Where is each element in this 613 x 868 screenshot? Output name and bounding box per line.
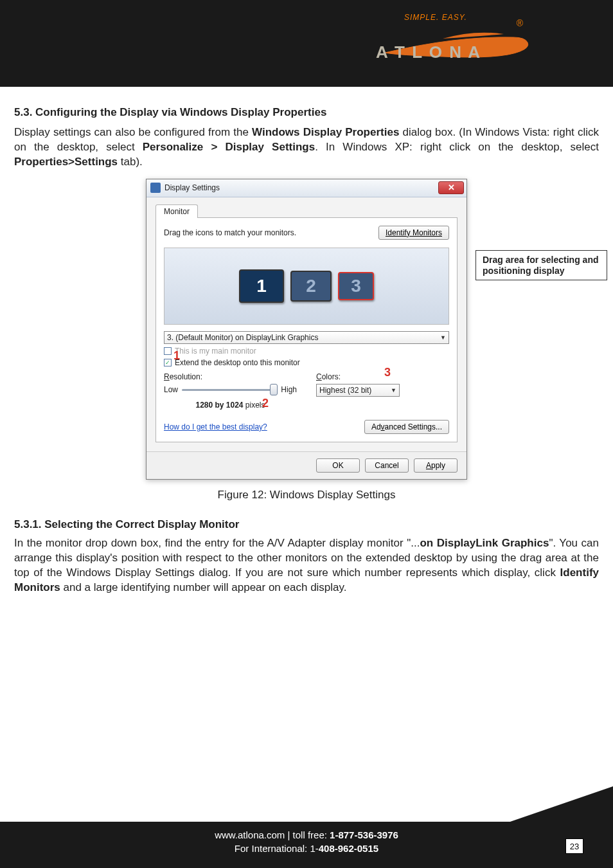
identify-label: Identify Monitors <box>386 228 442 237</box>
figure-caption: Figure 12: Windows Display Settings <box>14 489 599 502</box>
drag-instruction: Drag the icons to match your monitors. <box>164 228 296 237</box>
callout-3: 3 <box>384 366 391 379</box>
dropdown-value: 3. (Default Monitor) on DisplayLink Grap… <box>167 333 318 342</box>
footer-text: www.atlona.com | toll free: 1-877-536-39… <box>0 829 613 854</box>
brand-tagline: SIMPLE. EASY. <box>404 13 533 22</box>
section-paragraph: Display settings can also be configured … <box>14 125 599 170</box>
resolution-slider[interactable]: Low High <box>164 383 297 398</box>
checkbox-icon <box>164 347 172 355</box>
cancel-button[interactable]: Cancel <box>365 458 409 473</box>
header-band: SIMPLE. EASY. A T L O N A ® <box>0 0 613 87</box>
checkbox-icon: ✓ <box>164 359 172 366</box>
display-settings-dialog: 1 2 3 Drag area for selecting and positi… <box>146 179 467 480</box>
close-button[interactable]: ✕ <box>438 181 464 194</box>
text: pply <box>431 461 445 470</box>
text-bold: on DisplayLink Graphics <box>420 537 549 549</box>
checkbox-extend-desktop[interactable]: ✓ Extend the desktop onto this monitor <box>164 358 449 367</box>
registered-icon: ® <box>517 18 523 28</box>
resolution-value: 1280 by 1024 pixels <box>164 401 297 410</box>
section-heading: 5.3. Configuring the Display via Windows… <box>14 106 599 119</box>
advanced-settings-button[interactable]: Advanced Settings... <box>364 420 449 434</box>
footer-slope <box>510 786 613 822</box>
page-number: 23 <box>565 838 583 854</box>
slider-high: High <box>281 385 297 394</box>
monitor-2-icon[interactable]: 2 <box>290 271 332 302</box>
text-bold: Properties>Settings <box>14 156 118 168</box>
subsection-heading: 5.3.1. Selecting the Correct Display Mon… <box>14 518 599 531</box>
identify-monitors-button[interactable]: Identify Monitors <box>378 226 449 240</box>
text: For International: 1- <box>235 843 319 854</box>
help-link[interactable]: How do I get the best display? <box>164 422 267 431</box>
text: olors: <box>322 372 341 381</box>
subsection-paragraph: In the monitor drop down box, find the e… <box>14 536 599 595</box>
resolution-label: Resolution: <box>164 372 202 381</box>
text: . In Windows XP: right click on the desk… <box>315 141 599 153</box>
slider-track <box>182 389 278 391</box>
text: A <box>426 461 431 470</box>
colors-label: Colors: <box>316 372 341 381</box>
callout-drag-area: Drag area for selecting and positioning … <box>475 250 607 281</box>
monitor-dropdown[interactable]: 3. (Default Monitor) on DisplayLink Grap… <box>164 331 449 344</box>
text: R <box>164 372 170 381</box>
monitor-3-icon[interactable]: 3 <box>338 272 374 300</box>
text: Ad <box>371 422 381 431</box>
close-icon: ✕ <box>448 183 455 192</box>
dialog-title: Display Settings <box>164 183 220 192</box>
app-icon <box>150 183 161 193</box>
text: Display settings can also be configured … <box>14 126 252 138</box>
dialog-titlebar[interactable]: Display Settings ✕ <box>147 179 466 197</box>
callout-2: 2 <box>262 397 269 410</box>
text: In the monitor drop down box, find the e… <box>14 537 420 549</box>
colors-dropdown[interactable]: Highest (32 bit) ▼ <box>316 384 400 397</box>
svg-text:A T L O N A: A T L O N A <box>376 42 481 62</box>
slider-low: Low <box>164 385 178 394</box>
ok-button[interactable]: OK <box>316 458 360 473</box>
text-bold: 1-877-536-3976 <box>330 829 398 840</box>
text: anced Settings... <box>385 422 442 431</box>
text: C <box>316 372 322 381</box>
text-bold: Personalize > Display Settings <box>143 141 315 153</box>
checkbox-main-monitor: This is my main monitor <box>164 347 449 356</box>
text: 1280 by 1024 <box>195 401 243 410</box>
chevron-down-icon: ▼ <box>391 387 396 393</box>
text: esolution: <box>170 372 202 381</box>
text: tab). <box>118 156 143 168</box>
brand-logo: SIMPLE. EASY. A T L O N A <box>366 13 533 71</box>
monitor-1-icon[interactable]: 1 <box>239 269 284 303</box>
text: www.atlona.com | toll free: <box>215 829 330 840</box>
checkbox-label: Extend the desktop onto this monitor <box>175 358 300 367</box>
text-bold: 408-962-0515 <box>319 843 378 854</box>
callout-1: 1 <box>173 349 180 363</box>
checkbox-label: This is my main monitor <box>175 347 256 356</box>
page-footer: www.atlona.com | toll free: 1-877-536-39… <box>0 822 613 868</box>
slider-thumb-icon[interactable] <box>270 384 278 395</box>
monitor-drag-area[interactable]: 1 2 3 <box>164 248 449 325</box>
text-bold: Windows Display Properties <box>252 126 399 138</box>
text: and a large identifying number will appe… <box>60 581 347 593</box>
atlona-logo-icon: A T L O N A <box>366 24 533 63</box>
apply-button[interactable]: Apply <box>414 458 458 473</box>
tab-monitor[interactable]: Monitor <box>155 204 198 218</box>
chevron-down-icon: ▼ <box>440 334 446 341</box>
colors-value: Highest (32 bit) <box>319 386 371 395</box>
